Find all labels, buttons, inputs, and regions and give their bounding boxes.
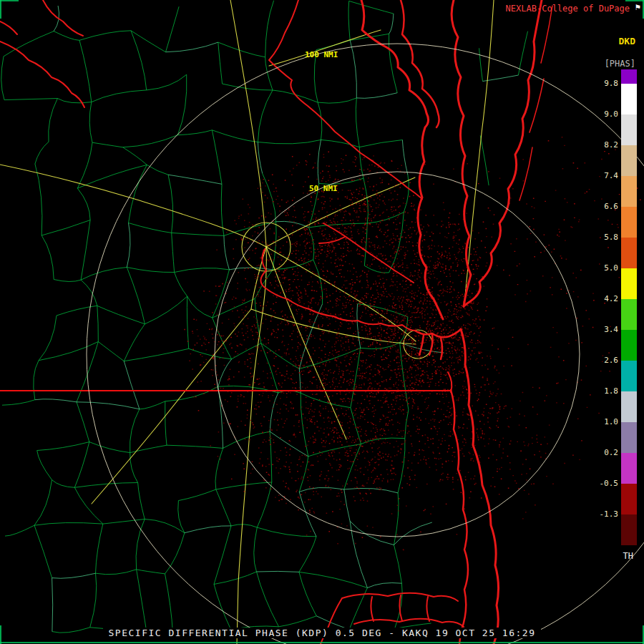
product-code: DKD bbox=[619, 36, 635, 47]
interstate-95 bbox=[230, 0, 266, 644]
highways-layer bbox=[0, 0, 494, 644]
colorbar-segment bbox=[621, 114, 637, 145]
product-caption: SPECIFIC DIFFERENTIAL PHASE (KDP) 0.5 DE… bbox=[103, 628, 542, 638]
us-301-southwest bbox=[92, 309, 251, 504]
colorbar-segment bbox=[621, 238, 637, 268]
radar-map: 100 NMI 50 NMI bbox=[0, 0, 644, 644]
coastline-rivers-layer bbox=[0, 0, 552, 644]
us-13-delmarva bbox=[464, 0, 494, 305]
range-ring-label-100: 100 NMI bbox=[305, 50, 338, 59]
colorbar-segment bbox=[621, 391, 637, 422]
colorbar-segment bbox=[621, 207, 637, 238]
radar-echo-layer bbox=[184, 137, 640, 550]
frame-marks bbox=[0, 0, 644, 644]
colorbar-segment bbox=[621, 69, 637, 84]
james-river bbox=[260, 249, 415, 331]
colorbar-segment bbox=[621, 361, 637, 391]
colorbar-segment bbox=[621, 268, 637, 299]
rappahannock-river bbox=[269, 0, 422, 199]
radar-screen: 100 NMI 50 NMI NEXLAB-College of DuPage … bbox=[0, 0, 644, 644]
back-bay-shore bbox=[448, 372, 452, 392]
range-rings: 100 NMI 50 NMI bbox=[87, 44, 644, 644]
colorbar-segment bbox=[621, 330, 637, 361]
caption-row: SPECIFIC DIFFERENTIAL PHASE (KDP) 0.5 DE… bbox=[0, 625, 644, 639]
colorbar-segment bbox=[621, 484, 637, 514]
colorbar-segment bbox=[621, 84, 637, 114]
county-boundaries-layer bbox=[1, 1, 528, 635]
road-fredericksburg bbox=[269, 30, 381, 66]
station-flag-icon: ⚑ bbox=[635, 2, 640, 12]
us-360-southeast bbox=[266, 247, 346, 439]
range-ring-100nmi bbox=[87, 44, 644, 644]
range-ring-label-50: 50 NMI bbox=[309, 184, 338, 193]
threshold-label: TH bbox=[623, 551, 633, 561]
radar-echoes-bright bbox=[184, 141, 640, 538]
colorbar bbox=[621, 69, 637, 545]
range-ring-50nmi bbox=[215, 172, 580, 537]
colorbar-segment bbox=[621, 299, 637, 330]
colorbar-segment bbox=[621, 145, 637, 176]
upper-left-rivers bbox=[0, 0, 84, 107]
colorbar-segment bbox=[621, 176, 637, 207]
colorbar-segment bbox=[621, 514, 637, 545]
st-marys-shore bbox=[401, 0, 439, 127]
interstate-64-east bbox=[266, 247, 416, 341]
county-lines bbox=[1, 1, 528, 635]
brand-text: NEXLAB-College of DuPage bbox=[506, 4, 630, 14]
delmarva-atlantic-shore bbox=[464, 0, 542, 306]
product-units: [PHAS] bbox=[605, 59, 635, 69]
colorbar-segment bbox=[621, 453, 637, 484]
radar-echoes-dark bbox=[192, 150, 630, 550]
colorbar-segment bbox=[621, 422, 637, 453]
